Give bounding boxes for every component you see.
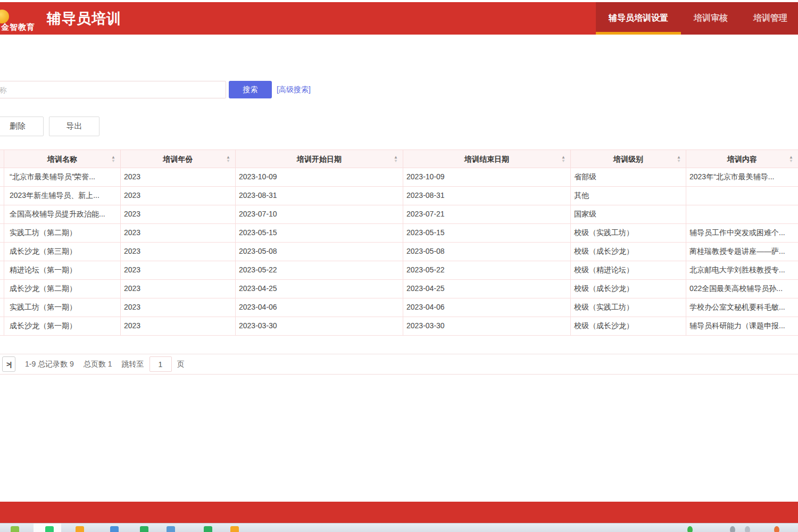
select-cell xyxy=(0,317,4,335)
table-cell: 2023 xyxy=(121,168,236,186)
table-cell: 校级（成长沙龙） xyxy=(571,317,686,335)
brand-logo-text: 金智教育 xyxy=(1,22,35,32)
column-header-4[interactable]: 培训结束日期▲▼ xyxy=(403,150,571,168)
table-cell: 辅导员工作中突发或困难个... xyxy=(686,224,798,242)
table-cell: 2023 xyxy=(121,317,236,335)
table-cell: 2023-07-10 xyxy=(236,205,403,223)
table-cell: 精进论坛（第一期） xyxy=(4,261,121,279)
column-header-label: 培训名称 xyxy=(47,151,77,168)
table-cell: 2023年“北京市最美辅导... xyxy=(686,168,798,186)
column-header-label: 培训内容 xyxy=(727,151,757,168)
table-cell: 2023 xyxy=(121,243,236,261)
table-cell: 2023-10-09 xyxy=(236,168,403,186)
table-cell: 校级（实践工坊） xyxy=(571,224,686,242)
table-cell: 2023 xyxy=(121,205,236,223)
table-cell: 校级（成长沙龙） xyxy=(571,280,686,298)
sort-arrows-icon[interactable]: ▲▼ xyxy=(561,155,566,163)
table-row[interactable]: 成长沙龙（第二期）20232023-04-252023-04-25校级（成长沙龙… xyxy=(0,280,798,298)
app-icon[interactable] xyxy=(11,526,19,532)
sort-arrows-icon[interactable]: ▲▼ xyxy=(111,155,115,163)
table-cell: 其他 xyxy=(571,187,686,205)
app-icon[interactable] xyxy=(167,526,175,532)
select-cell xyxy=(0,187,4,205)
pagination-bar: >| 1-9 总记录数 9 总页数 1 跳转至 页 xyxy=(0,354,798,375)
table-cell: 国家级 xyxy=(571,205,686,223)
table-row[interactable]: 2023年新生辅导员、新上...20232023-08-312023-08-31… xyxy=(0,187,798,205)
table-cell: 北京邮电大学刘胜枝教授专... xyxy=(686,261,798,279)
record-range-text: 1-9 总记录数 9 xyxy=(25,360,74,369)
table-cell: 辅导员科研能力（课题申报... xyxy=(686,317,798,335)
table-cell: 全国高校辅导员提升政治能... xyxy=(4,205,121,223)
table-cell: 2023-10-09 xyxy=(403,168,571,186)
table-cell: 2023-07-21 xyxy=(403,205,571,223)
app-icon[interactable] xyxy=(140,526,148,532)
table-cell: 022全国最美高校辅导员孙... xyxy=(686,280,798,298)
table-row[interactable]: 精进论坛（第一期）20232023-05-222023-05-22校级（精进论坛… xyxy=(0,261,798,280)
table-row[interactable]: 全国高校辅导员提升政治能...20232023-07-102023-07-21国… xyxy=(0,205,798,224)
table-row[interactable]: 成长沙龙（第一期）20232023-03-302023-03-30校级（成长沙龙… xyxy=(0,317,798,336)
table-cell xyxy=(686,187,798,205)
table-cell: 学校办公室文秘机要科毛敏... xyxy=(686,298,798,317)
table-cell: 2023-05-15 xyxy=(403,224,571,242)
column-header-5[interactable]: 培训级别▲▼ xyxy=(571,150,686,168)
table-row[interactable]: 成长沙龙（第三期）20232023-05-082023-05-08校级（成长沙龙… xyxy=(0,243,798,261)
table-cell: 2023-05-22 xyxy=(403,261,571,279)
column-header-1[interactable]: 培训名称▲▼ xyxy=(4,150,121,168)
tray-icon[interactable] xyxy=(730,526,735,532)
table-cell: 2023-05-22 xyxy=(236,261,403,279)
tray-icon[interactable] xyxy=(774,526,779,532)
tab-training-manage[interactable]: 培训管理 xyxy=(741,2,798,35)
table-cell: 2023-08-31 xyxy=(236,187,403,205)
table-cell: 2023-04-06 xyxy=(403,298,571,317)
tray-icon[interactable] xyxy=(687,526,693,532)
table-cell: 2023-03-30 xyxy=(403,317,571,335)
table-cell: 2023年新生辅导员、新上... xyxy=(4,187,121,205)
app-icon[interactable] xyxy=(230,526,239,532)
total-pages-text: 总页数 1 xyxy=(84,360,112,369)
footer-bar xyxy=(0,502,798,523)
table-cell: 2023 xyxy=(121,261,236,279)
app-icon[interactable] xyxy=(110,526,119,532)
app-icon[interactable] xyxy=(204,526,212,532)
select-column-sliver xyxy=(0,150,4,168)
search-input[interactable] xyxy=(0,81,226,98)
table-cell: 校级（成长沙龙） xyxy=(571,243,686,261)
sort-arrows-icon[interactable]: ▲▼ xyxy=(789,155,793,163)
brand-logo-icon xyxy=(0,10,9,23)
table-cell: 2023-05-08 xyxy=(236,243,403,261)
table-row[interactable]: 实践工坊（第一期）20232023-04-062023-04-06校级（实践工坊… xyxy=(0,298,798,317)
tray-icon[interactable] xyxy=(745,526,750,532)
table-cell: 2023-05-08 xyxy=(403,243,571,261)
table-cell: 省部级 xyxy=(571,168,686,186)
column-header-3[interactable]: 培训开始日期▲▼ xyxy=(236,150,403,168)
sort-arrows-icon[interactable]: ▲▼ xyxy=(394,155,398,163)
export-button[interactable]: 导出 xyxy=(49,117,99,136)
sort-arrows-icon[interactable]: ▲▼ xyxy=(226,155,230,163)
table-cell: 2023-04-06 xyxy=(236,298,403,317)
last-page-button[interactable]: >| xyxy=(2,356,15,372)
select-cell xyxy=(0,205,4,223)
select-cell xyxy=(0,280,4,298)
jump-page-input[interactable] xyxy=(149,356,172,372)
training-table: 培训名称▲▼培训年份▲▼培训开始日期▲▼培训结束日期▲▼培训级别▲▼培训内容▲▼… xyxy=(0,149,798,336)
tab-training-setup[interactable]: 辅导员培训设置 xyxy=(596,2,681,35)
column-header-label: 培训级别 xyxy=(613,151,643,168)
table-cell: 实践工坊（第二期） xyxy=(4,224,121,242)
select-cell xyxy=(0,224,4,242)
advanced-search-link[interactable]: [高级搜索] xyxy=(277,85,311,95)
search-button[interactable]: 搜索 xyxy=(229,81,272,98)
column-header-2[interactable]: 培训年份▲▼ xyxy=(121,150,236,168)
column-header-6[interactable]: 培训内容▲▼ xyxy=(686,150,798,168)
app-icon[interactable] xyxy=(45,526,54,532)
table-cell: 校级（精进论坛） xyxy=(571,261,686,279)
table-row[interactable]: “北京市最美辅导员”荣誉...20232023-10-092023-10-09省… xyxy=(0,168,798,187)
tab-training-review[interactable]: 培训审核 xyxy=(681,2,741,35)
table-header-row: 培训名称▲▼培训年份▲▼培训开始日期▲▼培训结束日期▲▼培训级别▲▼培训内容▲▼ xyxy=(0,149,798,168)
sort-arrows-icon[interactable]: ▲▼ xyxy=(677,155,681,163)
app-icon[interactable] xyxy=(76,526,84,532)
select-cell xyxy=(0,243,4,261)
top-nav: 辅导员培训设置培训审核培训管理 xyxy=(596,2,798,35)
page-unit-label: 页 xyxy=(177,360,185,369)
delete-button[interactable]: 删除 xyxy=(0,117,44,136)
table-row[interactable]: 实践工坊（第二期）20232023-05-152023-05-15校级（实践工坊… xyxy=(0,224,798,243)
